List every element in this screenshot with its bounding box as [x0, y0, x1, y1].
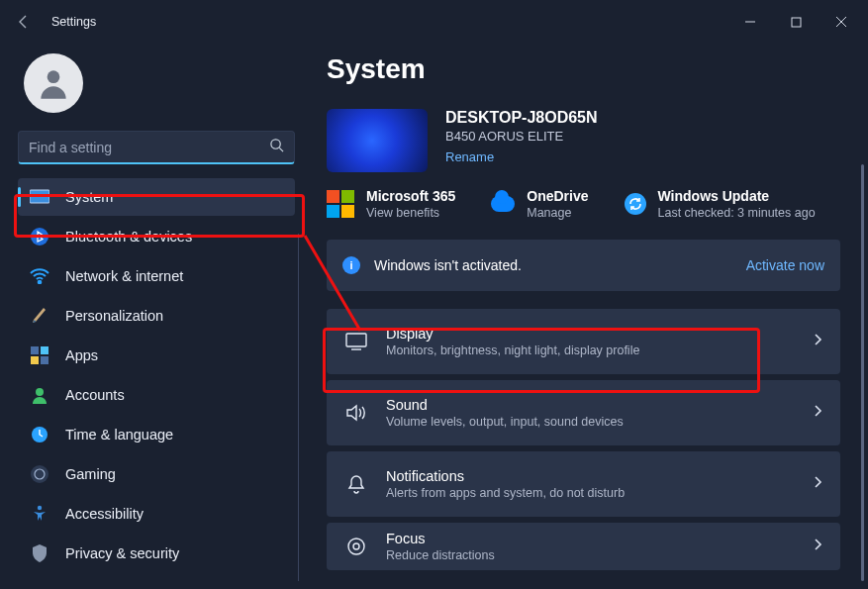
svg-point-17 [31, 465, 48, 483]
promo-windows-update[interactable]: Windows UpdateLast checked: 3 minutes ag… [625, 188, 816, 220]
wifi-icon [30, 266, 49, 286]
maximize-icon [791, 17, 802, 28]
svg-line-6 [279, 147, 283, 151]
sidebar-item-personalization[interactable]: Personalization [18, 297, 295, 335]
info-icon: i [342, 256, 360, 274]
device-wallpaper-thumb [327, 109, 428, 172]
svg-point-22 [348, 539, 364, 554]
promo-sub: Manage [527, 206, 588, 220]
row-focus[interactable]: FocusReduce distractions [327, 523, 840, 570]
device-model: B450 AORUS ELITE [445, 129, 598, 144]
chevron-right-icon [813, 404, 822, 422]
focus-icon [344, 537, 368, 556]
sidebar-item-label: Accessibility [65, 506, 144, 522]
system-icon [30, 187, 49, 207]
row-sub: Volume levels, output, input, sound devi… [386, 415, 624, 429]
activation-banner[interactable]: i Windows isn't activated. Activate now [327, 240, 840, 291]
chevron-right-icon [813, 475, 822, 493]
sidebar-item-label: Accounts [65, 387, 125, 403]
sidebar-item-label: Personalization [65, 308, 163, 324]
main-panel: System DESKTOP-J8OD65N B450 AORUS ELITE … [307, 44, 868, 589]
sidebar-item-label: Apps [65, 347, 98, 363]
chevron-right-icon [813, 333, 822, 350]
bluetooth-icon [30, 227, 49, 246]
row-sound[interactable]: SoundVolume levels, output, input, sound… [327, 380, 840, 445]
scrollbar[interactable] [861, 164, 864, 581]
promo-sub: View benefits [366, 206, 455, 220]
search-input[interactable] [29, 140, 269, 155]
bell-icon [344, 474, 368, 494]
svg-rect-1 [792, 18, 801, 27]
sidebar-item-privacy[interactable]: Privacy & security [18, 535, 295, 572]
promo-ms365[interactable]: Microsoft 365View benefits [327, 188, 455, 220]
activate-link[interactable]: Activate now [746, 257, 824, 273]
sidebar-item-time-language[interactable]: Time & language [18, 416, 295, 453]
window-controls [727, 6, 864, 38]
sidebar-item-network[interactable]: Network & internet [18, 257, 295, 295]
settings-list: DisplayMonitors, brightness, night light… [327, 309, 840, 570]
row-display[interactable]: DisplayMonitors, brightness, night light… [327, 309, 840, 374]
promo-title: OneDrive [527, 188, 588, 204]
clock-globe-icon [30, 425, 49, 444]
shield-icon [30, 543, 49, 563]
row-title: Notifications [386, 468, 625, 484]
sound-icon [344, 404, 368, 422]
svg-rect-20 [346, 334, 366, 346]
accessibility-icon [30, 504, 49, 524]
banner-text: Windows isn't activated. [374, 257, 522, 273]
row-title: Display [386, 326, 639, 342]
svg-point-15 [36, 388, 44, 396]
sidebar-item-label: Privacy & security [65, 545, 179, 561]
search-box[interactable] [18, 131, 295, 164]
svg-point-23 [353, 543, 359, 549]
sidebar-item-accounts[interactable]: Accounts [18, 376, 295, 414]
onedrive-icon [491, 196, 515, 212]
nav-list: System Bluetooth & devices Network & int… [18, 178, 295, 572]
sidebar-item-label: Gaming [65, 466, 116, 482]
svg-rect-7 [30, 190, 49, 203]
row-notifications[interactable]: NotificationsAlerts from apps and system… [327, 451, 840, 517]
sidebar-item-accessibility[interactable]: Accessibility [18, 495, 295, 533]
minimize-button[interactable] [727, 6, 773, 38]
sidebar-divider [298, 234, 299, 581]
row-sub: Monitors, brightness, night light, displ… [386, 344, 639, 357]
window-title: Settings [51, 15, 96, 29]
search-icon [269, 138, 284, 156]
gaming-icon [30, 464, 49, 484]
row-sub: Reduce distractions [386, 548, 495, 562]
close-icon [835, 16, 847, 28]
accounts-icon [30, 385, 49, 405]
svg-point-4 [48, 70, 60, 83]
row-title: Sound [386, 397, 624, 413]
windows-update-icon [625, 193, 646, 215]
apps-icon [30, 345, 49, 365]
chevron-right-icon [813, 538, 822, 555]
promo-onedrive[interactable]: OneDriveManage [491, 188, 588, 220]
minimize-icon [744, 16, 756, 28]
sidebar-item-gaming[interactable]: Gaming [18, 455, 295, 493]
svg-rect-14 [41, 356, 48, 364]
promo-row: Microsoft 365View benefits OneDriveManag… [327, 188, 840, 220]
row-sub: Alerts from apps and system, do not dist… [386, 486, 625, 500]
user-avatar[interactable] [24, 53, 83, 113]
maximize-button[interactable] [773, 6, 819, 38]
sidebar-item-label: Bluetooth & devices [65, 229, 192, 245]
titlebar: Settings [0, 0, 868, 44]
sidebar-item-bluetooth[interactable]: Bluetooth & devices [18, 218, 295, 255]
sidebar-item-label: Network & internet [65, 268, 183, 284]
device-name: DESKTOP-J8OD65N [445, 109, 598, 127]
promo-title: Microsoft 365 [366, 188, 455, 204]
person-icon [35, 64, 72, 102]
svg-point-10 [39, 281, 42, 284]
sidebar-item-system[interactable]: System [18, 178, 295, 216]
page-title: System [327, 53, 840, 85]
row-title: Focus [386, 531, 495, 546]
svg-rect-13 [31, 356, 39, 364]
svg-point-19 [38, 506, 42, 510]
close-button[interactable] [819, 6, 864, 38]
back-button[interactable] [4, 2, 44, 42]
paintbrush-icon [30, 306, 49, 326]
sidebar-item-apps[interactable]: Apps [18, 337, 295, 374]
rename-link[interactable]: Rename [445, 149, 598, 164]
back-arrow-icon [16, 14, 32, 30]
